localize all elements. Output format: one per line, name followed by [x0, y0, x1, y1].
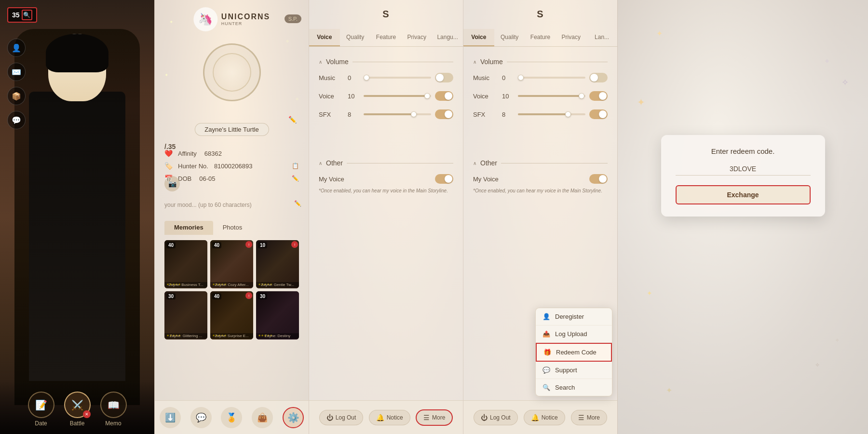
sfx-slider-2[interactable]: [518, 113, 585, 115]
my-voice-row-2: My Voice: [473, 174, 608, 184]
gift-icon[interactable]: 📦: [7, 87, 26, 105]
logo-text: UNICORNS HUNTER: [221, 13, 270, 26]
top-bar: 35 🔍: [7, 7, 147, 23]
tab-language-1[interactable]: Langu...: [432, 29, 463, 46]
my-voice-toggle-2[interactable]: [589, 174, 608, 184]
music-slider-2[interactable]: [518, 77, 585, 79]
settings-tabs-1: Voice Quality Feature Privacy Langu...: [309, 29, 463, 47]
voice-toggle-1[interactable]: [435, 91, 453, 101]
search-label: Search: [555, 384, 575, 391]
notice-icon-1: 🔔: [376, 414, 384, 421]
tab-privacy-1[interactable]: Privacy: [401, 29, 432, 46]
sfx-toggle-1[interactable]: [435, 109, 453, 119]
camera-badge[interactable]: 📷: [164, 176, 180, 191]
memory-card-6[interactable]: 30 ★★★★★ Zayne: Destiny: [256, 291, 299, 339]
dropdown-redeem-code[interactable]: 🎁 Redeem Code: [536, 343, 612, 362]
sp-badge: S.P.: [285, 14, 301, 23]
search-icon[interactable]: 🔍: [22, 10, 32, 20]
tab-privacy-2[interactable]: Privacy: [556, 29, 586, 46]
voice-slider-2[interactable]: [518, 95, 585, 97]
voice-thumb-2: [579, 93, 584, 99]
battle-x-badge: ✕: [83, 410, 91, 418]
music-toggle-2[interactable]: [589, 73, 608, 82]
dropdown-log-upload[interactable]: 📤 Log Upload: [536, 326, 612, 343]
notice-btn-2[interactable]: 🔔 Notice: [524, 410, 565, 425]
mood-edit-icon[interactable]: ✏️: [294, 200, 301, 207]
volume-header-2: ∧ Volume: [473, 58, 608, 66]
more-btn-1[interactable]: ☰ More: [416, 409, 453, 426]
music-toggle-1[interactable]: [435, 73, 453, 82]
music-value-2: 0: [502, 74, 514, 81]
tab-feature-2[interactable]: Feature: [525, 29, 556, 46]
settings-action[interactable]: ⚙️: [283, 407, 304, 428]
tab-photos[interactable]: Photos: [213, 221, 252, 235]
logout-btn-1[interactable]: ⏻ Log Out: [319, 410, 364, 425]
sfx-value-2: 8: [502, 111, 514, 118]
tab-voice-2[interactable]: Voice: [463, 29, 494, 46]
other-arrow-2: ∧: [473, 161, 476, 166]
panel4-bottom-btns: ⏻ Log Out 🔔 Notice ☰ More: [463, 400, 617, 434]
profile-tabs: Memories Photos: [164, 221, 299, 235]
sfx-toggle-2[interactable]: [589, 109, 608, 119]
notice-btn-1[interactable]: 🔔 Notice: [369, 410, 410, 425]
memory-card-5[interactable]: 40 ! ★★★★★ Zayne: Surprise E...: [210, 291, 253, 339]
dropdown-support[interactable]: 💬 Support: [536, 362, 612, 379]
memory-card-3[interactable]: 10 ! ★★★★★ Zayne: Gentle Tw...: [256, 240, 299, 288]
notice-icon-2: 🔔: [531, 414, 539, 421]
music-toggle-knob-1: [436, 74, 444, 81]
tab-quality-1[interactable]: Quality: [340, 29, 371, 46]
dob-edit-icon[interactable]: ✏️: [292, 175, 299, 182]
memory-card-4[interactable]: 30 ★★★★★ Zayne: Glittering ...: [164, 291, 207, 339]
deregister-icon: 👤: [542, 313, 551, 320]
music-toggle-knob-2: [590, 74, 598, 81]
volume-section-2: ∧ Volume Music 0 Voice 10: [473, 58, 608, 128]
copy-icon[interactable]: 📋: [292, 163, 299, 169]
edit-pencil-icon[interactable]: ✏️: [288, 116, 297, 123]
dropdown-deregister[interactable]: 👤 Deregister: [536, 308, 612, 326]
dob-value: 06-05: [199, 175, 215, 182]
memory-card-2[interactable]: 40 ! ★★★★★ Zayne: Cozy After...: [210, 240, 253, 288]
voice-toggle-2[interactable]: [589, 91, 608, 101]
panel3-bottom-btns: ⏻ Log Out 🔔 Notice ☰ More: [309, 400, 463, 434]
redeem-code-label: Redeem Code: [556, 349, 597, 356]
my-voice-toggle-1[interactable]: [435, 174, 453, 184]
nav-item-memo[interactable]: 📖 Memo: [100, 392, 127, 427]
my-voice-row-1: My Voice: [319, 174, 453, 184]
memory-card-1[interactable]: 40 ★★★★★ Zayne: Business T...: [164, 240, 207, 288]
more-icon-2: ☰: [578, 414, 584, 421]
dropdown-search[interactable]: 🔍 Search: [536, 379, 612, 396]
settings-title-2: S: [537, 9, 543, 20]
medal-action[interactable]: 🏅: [221, 407, 242, 428]
tab-language-2[interactable]: Lan...: [586, 29, 617, 46]
music-slider-1[interactable]: [364, 77, 431, 79]
chat-icon[interactable]: 💬: [7, 111, 26, 129]
profile-icon[interactable]: 👤: [7, 39, 26, 57]
voice-slider-1[interactable]: [364, 95, 431, 97]
battle-label: Battle: [70, 420, 85, 427]
tab-feature-1[interactable]: Feature: [371, 29, 402, 46]
bag-action[interactable]: 👜: [252, 407, 273, 428]
voice-row-1: Voice 10: [319, 91, 453, 101]
voice-value-1: 10: [348, 93, 360, 100]
redeem-code-input[interactable]: [676, 163, 811, 176]
other-header-1: ∧ Other: [319, 159, 453, 167]
my-voice-label-2: My Voice: [473, 176, 531, 183]
exchange-button[interactable]: Exchange: [676, 185, 811, 204]
panel-character: 35 🔍 👤 ✉️ 📦 💬 📝 Date ⚔️ ✕ Battle 📖 Memo: [0, 0, 154, 434]
message-action[interactable]: 💬: [190, 407, 212, 428]
nav-item-date[interactable]: 📝 Date: [28, 392, 54, 427]
nav-item-battle[interactable]: ⚔️ ✕ Battle: [64, 392, 91, 427]
tab-memories[interactable]: Memories: [164, 221, 213, 235]
tab-quality-2[interactable]: Quality: [494, 29, 525, 46]
logout-btn-2[interactable]: ⏻ Log Out: [474, 410, 518, 425]
memory-grid: 40 ★★★★★ Zayne: Business T... 40 ! ★★★★★…: [164, 240, 299, 339]
mail-icon[interactable]: ✉️: [7, 63, 26, 81]
mood-text[interactable]: your mood... (up to 60 characters): [164, 202, 294, 208]
dob-label: DOB: [178, 175, 191, 182]
sfx-slider-1[interactable]: [364, 113, 431, 115]
memo-label: Memo: [105, 420, 121, 427]
download-action[interactable]: ⬇️: [160, 407, 181, 428]
memory-label-5: Zayne: Surprise E...: [210, 333, 253, 339]
tab-voice-1[interactable]: Voice: [309, 29, 340, 46]
more-btn-2[interactable]: ☰ More: [571, 410, 607, 425]
